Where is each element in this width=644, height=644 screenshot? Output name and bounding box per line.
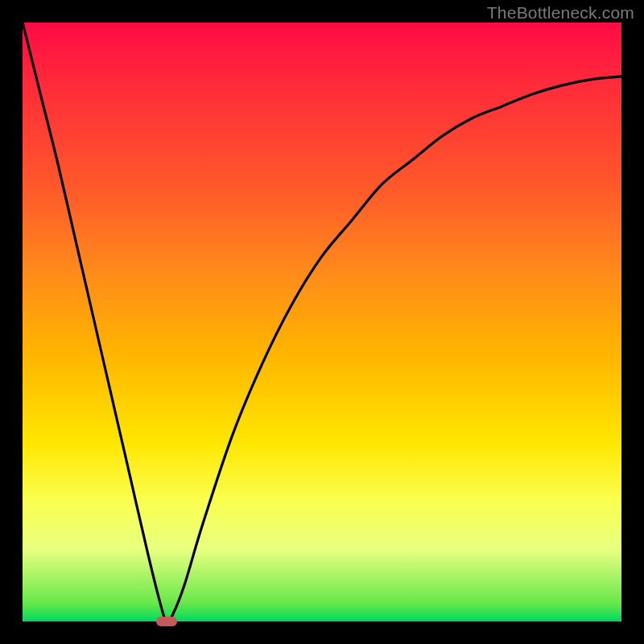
- curve-svg: [23, 23, 621, 621]
- min-point-marker: [156, 617, 177, 626]
- chart-frame: TheBottleneck.com: [0, 0, 644, 644]
- bottleneck-curve: [23, 23, 621, 622]
- plot-area: [23, 23, 621, 621]
- watermark-text: TheBottleneck.com: [487, 3, 634, 23]
